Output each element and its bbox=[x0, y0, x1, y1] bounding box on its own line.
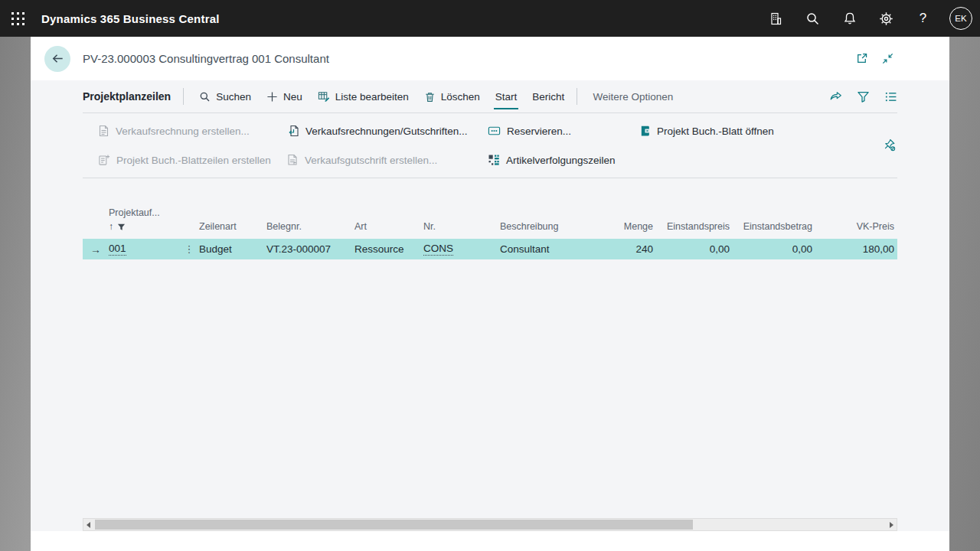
reserve-action[interactable]: Reservieren... bbox=[488, 126, 571, 137]
filter-button[interactable] bbox=[857, 90, 870, 103]
cell-zeilenart[interactable]: Budget bbox=[199, 243, 266, 255]
views-list-icon bbox=[884, 90, 897, 103]
scroll-left-arrow-icon[interactable] bbox=[87, 522, 90, 528]
more-options-button[interactable]: Weitere Optionen bbox=[593, 91, 673, 103]
back-arrow-icon bbox=[51, 51, 65, 66]
page-content: Projektplanzeilen Suchen Neu bbox=[31, 80, 949, 531]
column-header-art[interactable]: Art bbox=[354, 221, 423, 232]
bell-icon bbox=[843, 11, 857, 25]
page-panel: PV-23.000003 Consultingvertrag 001 Consu… bbox=[31, 37, 949, 551]
more-options-label: Weitere Optionen bbox=[593, 91, 673, 103]
search-list-button[interactable]: Suchen bbox=[199, 91, 251, 103]
tab-bericht[interactable]: Bericht bbox=[532, 91, 564, 103]
create-sales-credit-memo-label: Verkaufsgutschrift erstellen... bbox=[305, 155, 437, 166]
cell-nr-link[interactable]: CONS bbox=[423, 243, 453, 256]
company-building-icon bbox=[769, 11, 783, 26]
action-bar: Verkaufsrechnung erstellen... Verkaufsre… bbox=[83, 113, 897, 178]
list-caption[interactable]: Projektplanzeilen bbox=[83, 90, 171, 103]
column-header-projektaufgabennr[interactable]: Projektauf... ↑ bbox=[109, 207, 199, 232]
row-options-ellipsis[interactable]: ⋮ bbox=[179, 243, 199, 255]
scroll-right-arrow-icon[interactable] bbox=[890, 522, 893, 528]
column-header-vk-preis[interactable]: VK-Preis bbox=[812, 221, 897, 232]
tell-me-search-button[interactable] bbox=[799, 0, 826, 37]
table-row[interactable]: → 001 ⋮ Budget VT.23-000007 Ressource CO… bbox=[83, 239, 897, 259]
open-in-new-window-button[interactable] bbox=[855, 52, 868, 65]
column-header-einstandspreis[interactable]: Einstandspreis bbox=[653, 221, 730, 232]
notifications-button[interactable] bbox=[836, 0, 863, 37]
ribbon: Projektplanzeilen Suchen Neu bbox=[83, 80, 897, 259]
create-sales-credit-memo-action[interactable]: Verkaufsgutschrift erstellen... bbox=[287, 154, 437, 166]
item-tracking-lines-label: Artikelverfolgungszeilen bbox=[506, 155, 616, 166]
item-tracking-lines-action[interactable]: Artikelverfolgungszeilen bbox=[488, 154, 616, 166]
create-job-journal-lines-action[interactable]: Projekt Buch.-Blattzeilen erstellen bbox=[98, 154, 271, 166]
panel-footer bbox=[31, 531, 949, 551]
create-job-journal-lines-label: Projekt Buch.-Blattzeilen erstellen bbox=[116, 155, 271, 166]
open-job-journal-label: Projekt Buch.-Blatt öffnen bbox=[657, 126, 774, 137]
edit-list-button[interactable]: Liste bearbeiten bbox=[318, 90, 409, 103]
topbar-actions: ? EK bbox=[763, 0, 980, 37]
collapse-page-button[interactable] bbox=[881, 52, 894, 65]
cell-belegnr[interactable]: VT.23-000007 bbox=[266, 243, 354, 255]
page-title: PV-23.000003 Consultingvertrag 001 Consu… bbox=[83, 52, 329, 65]
clipboard-plus-icon bbox=[98, 154, 110, 166]
sales-invoices-credit-memos-action[interactable]: Verkaufsrechnungen/Gutschriften... bbox=[287, 125, 468, 137]
search-icon bbox=[805, 11, 820, 26]
help-button[interactable]: ? bbox=[910, 0, 936, 37]
column-header-belegnr[interactable]: Belegnr. bbox=[266, 221, 354, 232]
app-launcher-waffle-icon[interactable] bbox=[0, 0, 35, 37]
search-icon bbox=[199, 91, 211, 103]
tab-bericht-label: Bericht bbox=[532, 91, 564, 103]
toolbar-right-icons bbox=[829, 90, 897, 103]
tab-start-label: Start bbox=[495, 91, 518, 103]
column-header-beschreibung[interactable]: Beschreibung bbox=[500, 221, 607, 232]
cell-art[interactable]: Ressource bbox=[354, 243, 423, 255]
action-row-2: Projekt Buch.-Blattzeilen erstellen Verk… bbox=[83, 145, 897, 174]
create-sales-invoice-action[interactable]: Verkaufsrechnung erstellen... bbox=[98, 125, 250, 137]
page-header: PV-23.000003 Consultingvertrag 001 Consu… bbox=[31, 37, 949, 80]
cell-menge[interactable]: 240 bbox=[607, 243, 653, 255]
delete-button[interactable]: Löschen bbox=[424, 91, 480, 103]
cell-einstandspreis[interactable]: 0,00 bbox=[653, 243, 730, 255]
cell-vk-preis[interactable]: 180,00 bbox=[812, 243, 897, 255]
reserve-label: Reservieren... bbox=[507, 126, 571, 137]
app-title: Dynamics 365 Business Central bbox=[41, 12, 220, 25]
settings-button[interactable] bbox=[873, 0, 900, 37]
column-filter-icon bbox=[117, 223, 126, 231]
cell-einstandsbetrag[interactable]: 0,00 bbox=[730, 243, 812, 255]
user-avatar[interactable]: EK bbox=[949, 7, 972, 30]
trash-icon bbox=[424, 91, 436, 103]
new-button[interactable]: Neu bbox=[266, 91, 302, 103]
tab-start[interactable]: Start bbox=[495, 91, 518, 103]
grid-header-row: Projektauf... ↑ Zeilenart Belegnr. Art N… bbox=[83, 207, 897, 232]
action-row-1: Verkaufsrechnung erstellen... Verkaufsre… bbox=[83, 116, 897, 145]
gear-icon bbox=[879, 11, 893, 26]
collapse-icon bbox=[881, 52, 894, 65]
open-job-journal-action[interactable]: Projekt Buch.-Blatt öffnen bbox=[639, 125, 774, 137]
horizontal-scrollbar[interactable] bbox=[83, 518, 897, 531]
item-tracking-grid-icon bbox=[488, 154, 500, 166]
list-grid: Projektauf... ↑ Zeilenart Belegnr. Art N… bbox=[83, 207, 897, 259]
sort-ascending-icon: ↑ bbox=[109, 221, 113, 232]
cell-beschreibung[interactable]: Consultant bbox=[500, 243, 607, 255]
cell-projektaufgabennr-link[interactable]: 001 bbox=[109, 243, 126, 256]
company-button[interactable] bbox=[763, 0, 789, 37]
column-header-einstandsbetrag[interactable]: Einstandsbetrag bbox=[730, 221, 812, 232]
views-button[interactable] bbox=[884, 90, 897, 103]
document-arrow-icon bbox=[287, 125, 299, 137]
share-button[interactable] bbox=[829, 90, 842, 103]
back-button[interactable] bbox=[44, 46, 70, 72]
sort-filter-indicators: ↑ bbox=[109, 221, 199, 232]
document-icon bbox=[98, 125, 109, 137]
new-label: Neu bbox=[283, 91, 302, 103]
pin-icon bbox=[882, 138, 897, 152]
toolbar-divider bbox=[577, 88, 577, 105]
pin-actionbar-button[interactable] bbox=[882, 138, 897, 153]
scrollbar-thumb[interactable] bbox=[95, 520, 693, 530]
search-label: Suchen bbox=[216, 91, 251, 103]
column-header-zeilenart[interactable]: Zeilenart bbox=[199, 221, 266, 232]
column-header-menge[interactable]: Menge bbox=[607, 221, 653, 232]
page-header-tools bbox=[855, 37, 894, 80]
help-icon: ? bbox=[920, 11, 926, 26]
column-header-nr[interactable]: Nr. bbox=[423, 221, 500, 232]
reserve-card-icon bbox=[488, 126, 501, 136]
